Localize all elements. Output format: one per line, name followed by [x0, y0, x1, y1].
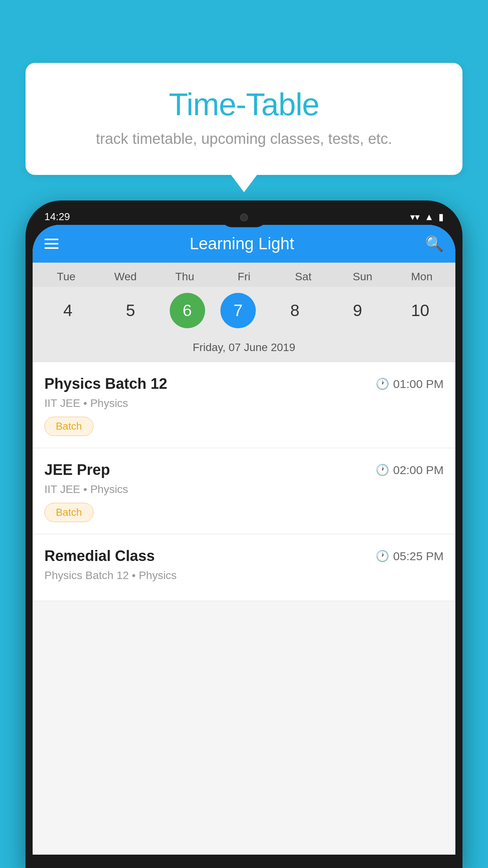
- calendar-date[interactable]: 8: [271, 291, 318, 330]
- clock-icon: 🕐: [376, 550, 389, 563]
- clock-icon: 🕐: [376, 377, 389, 390]
- class-time: 🕐01:00 PM: [376, 377, 444, 391]
- calendar-day-label: Mon: [398, 270, 445, 283]
- hamburger-menu-icon[interactable]: [44, 239, 59, 249]
- calendar-date[interactable]: 7: [220, 293, 256, 328]
- class-card[interactable]: Physics Batch 12🕐01:00 PMIIT JEE • Physi…: [33, 362, 455, 448]
- status-icons: ▾▾ ▲ ▮: [410, 211, 444, 223]
- clock-icon: 🕐: [376, 463, 389, 476]
- speech-bubble-container: Time-Table track timetable, upcoming cla…: [26, 63, 462, 175]
- notch: [220, 208, 268, 227]
- phone-container: 14:29 ▾▾ ▲ ▮ Learning Light 🔍 TueWe: [26, 200, 462, 868]
- phone-screen: Learning Light 🔍 TueWedThuFriSatSunMon 4…: [33, 225, 455, 855]
- phone-frame: 14:29 ▾▾ ▲ ▮ Learning Light 🔍 TueWe: [26, 200, 462, 868]
- class-name: JEE Prep: [44, 462, 110, 478]
- status-bar: 14:29 ▾▾ ▲ ▮: [33, 208, 455, 223]
- wifi-icon: ▾▾: [410, 211, 420, 223]
- class-time: 🕐02:00 PM: [376, 463, 444, 477]
- calendar-day-label: Sun: [339, 270, 386, 283]
- calendar-date[interactable]: 9: [334, 291, 381, 330]
- class-time: 🕐05:25 PM: [376, 550, 444, 563]
- calendar-date[interactable]: 4: [44, 291, 92, 330]
- class-card[interactable]: JEE Prep🕐02:00 PMIIT JEE • PhysicsBatch: [33, 448, 455, 534]
- class-card-header: Physics Batch 12🕐01:00 PM: [44, 375, 444, 392]
- batch-tag: Batch: [44, 503, 94, 522]
- speech-bubble: Time-Table track timetable, upcoming cla…: [26, 63, 462, 175]
- calendar-dates[interactable]: 45678910: [33, 287, 455, 338]
- signal-icon: ▲: [424, 211, 434, 223]
- calendar-date[interactable]: 10: [396, 291, 444, 330]
- class-card-header: JEE Prep🕐02:00 PM: [44, 462, 444, 478]
- app-header: Learning Light 🔍: [33, 225, 455, 263]
- class-card-header: Remedial Class🕐05:25 PM: [44, 548, 444, 565]
- calendar-day-label: Wed: [102, 270, 149, 283]
- class-cards: Physics Batch 12🕐01:00 PMIIT JEE • Physi…: [33, 362, 455, 601]
- class-card[interactable]: Remedial Class🕐05:25 PMPhysics Batch 12 …: [33, 534, 455, 601]
- selected-date-label: Friday, 07 June 2019: [33, 338, 455, 362]
- calendar-day-label: Sat: [280, 270, 327, 283]
- calendar-days-header: TueWedThuFriSatSunMon: [33, 263, 455, 287]
- calendar-date[interactable]: 5: [107, 291, 154, 330]
- calendar-day-label: Tue: [42, 270, 90, 283]
- class-name: Remedial Class: [44, 548, 155, 565]
- bubble-title: Time-Table: [45, 86, 443, 123]
- calendar-day-label: Thu: [161, 270, 208, 283]
- bubble-subtitle: track timetable, upcoming classes, tests…: [45, 131, 443, 147]
- class-meta: IIT JEE • Physics: [44, 397, 444, 410]
- camera: [240, 213, 248, 221]
- app-title: Learning Light: [189, 234, 294, 253]
- class-meta: Physics Batch 12 • Physics: [44, 569, 444, 582]
- status-time: 14:29: [44, 211, 70, 223]
- class-name: Physics Batch 12: [44, 375, 167, 392]
- battery-icon: ▮: [438, 211, 444, 223]
- calendar-day-label: Fri: [220, 270, 268, 283]
- batch-tag: Batch: [44, 417, 94, 436]
- class-meta: IIT JEE • Physics: [44, 483, 444, 496]
- calendar-date[interactable]: 6: [170, 293, 205, 328]
- search-icon[interactable]: 🔍: [425, 235, 444, 252]
